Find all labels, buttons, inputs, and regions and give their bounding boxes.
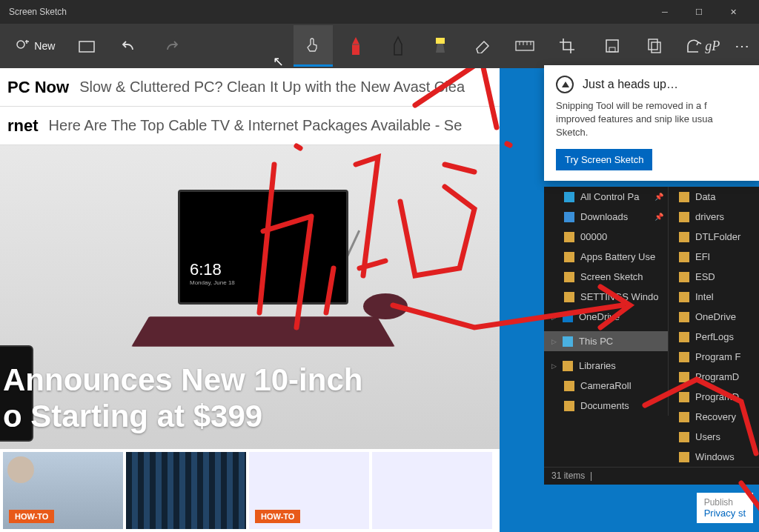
file-item[interactable]: Program F [669, 347, 759, 367]
nav-item[interactable]: Apps Battery Use [544, 247, 668, 267]
file-item[interactable]: EFI [669, 247, 759, 267]
pen-black-button[interactable] [378, 25, 417, 67]
share-icon [686, 39, 703, 53]
nav-item[interactable]: ▷Libraries [544, 356, 668, 376]
privacy-link[interactable]: Privacy st [704, 508, 746, 519]
nav-item[interactable]: CameraRoll [544, 376, 668, 396]
screenshot-content: PC Now Slow & Cluttered PC? Clean It Up … [0, 68, 500, 532]
titlebar: Screen Sketch ─ ☐ ✕ [0, 0, 759, 24]
ad-row-2: rnet Here Are The Top Cable TV & Interne… [0, 107, 500, 145]
crop-icon [559, 38, 575, 54]
svg-rect-7 [652, 42, 660, 53]
undo-icon [121, 39, 137, 53]
app-title: Screen Sketch [9, 7, 648, 17]
folder-icon [79, 39, 95, 53]
thumb-1: HOW-TO [3, 452, 123, 529]
share-button[interactable]: gP [677, 25, 729, 67]
close-button[interactable]: ✕ [716, 0, 750, 24]
undo-button[interactable] [110, 25, 149, 67]
highlighter-button[interactable] [420, 25, 460, 67]
thumb-2 [126, 452, 246, 529]
file-item[interactable]: PerfLogs [669, 327, 759, 347]
file-item[interactable]: Intel [669, 287, 759, 307]
copy-button[interactable] [635, 25, 675, 67]
thumbnails: HOW-TO HOW-TO [0, 449, 500, 532]
explorer-window: All Control Pa📌Downloads📌00000Apps Batte… [544, 187, 759, 485]
file-item[interactable]: OneDrive [669, 307, 759, 327]
ad-row-1: PC Now Slow & Cluttered PC? Clean It Up … [0, 68, 500, 107]
toolbar: New gP ⋯ [0, 24, 759, 68]
thumb-3: HOW-TO [249, 452, 369, 529]
status-bar: 31 items | [544, 467, 759, 485]
svg-point-0 [17, 41, 24, 48]
eraser-button[interactable] [463, 25, 502, 67]
file-item[interactable]: Windows [669, 447, 759, 467]
new-button[interactable]: New [6, 25, 64, 67]
try-screen-sketch-button[interactable]: Try Screen Sketch [556, 149, 652, 170]
touch-icon [304, 36, 322, 54]
file-item[interactable]: drivers [669, 207, 759, 227]
new-snip-icon [15, 39, 30, 53]
notification-body: Snipping Tool will be removed in a f imp… [556, 99, 747, 140]
crop-button[interactable] [547, 25, 586, 67]
headline: Announces New 10-inch o Starting at $399 [0, 362, 362, 434]
svg-rect-5 [609, 47, 615, 52]
nav-item[interactable]: Documents [544, 396, 668, 416]
notification-title: Just a heads up… [583, 78, 678, 91]
file-item[interactable]: ProgramD [669, 387, 759, 407]
nav-pane[interactable]: All Control Pa📌Downloads📌00000Apps Batte… [544, 187, 669, 416]
ruler-button[interactable] [505, 25, 544, 67]
minimize-button[interactable]: ─ [648, 0, 682, 24]
svg-rect-6 [649, 39, 657, 50]
file-list[interactable]: DatadriversDTLFolderEFIESDIntelOneDriveP… [669, 187, 759, 467]
nav-item[interactable]: All Control Pa📌 [544, 187, 668, 207]
thumb-4 [372, 452, 492, 529]
svg-rect-2 [436, 38, 445, 44]
more-button[interactable]: ⋯ [732, 25, 754, 67]
pen-red-button[interactable] [336, 25, 375, 67]
open-button[interactable] [67, 25, 107, 67]
pen-icon [350, 36, 362, 56]
file-item[interactable]: DTLFolder [669, 227, 759, 247]
notification: Just a heads up… Snipping Tool will be r… [544, 65, 759, 181]
file-item[interactable]: ESD [669, 267, 759, 287]
file-item[interactable]: Users [669, 427, 759, 447]
file-item[interactable]: ProgramD [669, 367, 759, 387]
svg-rect-4 [606, 40, 618, 52]
hero-image: 6:18Monday, June 18 Announces New 10-inc… [0, 145, 500, 449]
highlighter-icon [434, 36, 447, 56]
ruler-icon [515, 41, 534, 51]
save-button[interactable] [593, 25, 632, 67]
redo-icon [163, 39, 179, 53]
nav-item[interactable]: Screen Sketch [544, 267, 668, 287]
nav-item[interactable]: SETTINGS Windo [544, 287, 668, 307]
file-item[interactable]: Recovery [669, 407, 759, 427]
eraser-icon [474, 39, 491, 53]
svg-rect-1 [79, 41, 94, 52]
nav-item[interactable]: Downloads📌 [544, 207, 668, 227]
nav-item[interactable]: ▷OneDrive [544, 307, 668, 327]
touch-writing-button[interactable] [294, 25, 333, 67]
maximize-button[interactable]: ☐ [682, 0, 716, 24]
file-item[interactable]: Data [669, 187, 759, 207]
redo-button[interactable] [152, 25, 191, 67]
privacy-corner: Publish Privacy st [697, 493, 753, 523]
nav-item[interactable]: ▷This PC [544, 331, 668, 351]
copy-icon [647, 38, 662, 54]
save-icon [605, 39, 620, 53]
pencil-icon [392, 36, 404, 56]
snip-app-icon [556, 76, 574, 93]
nav-item[interactable]: 00000 [544, 227, 668, 247]
